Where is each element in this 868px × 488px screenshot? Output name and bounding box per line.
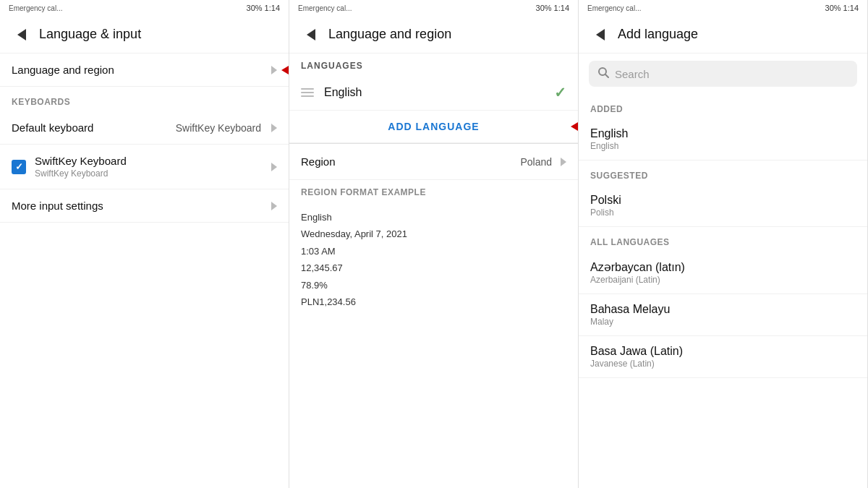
region-label: Region (301, 155, 336, 168)
all-azerbaijani-item[interactable]: Azərbaycan (latın) Azerbaijani (Latin) (579, 252, 867, 294)
format-section-label: REGION FORMAT EXAMPLE (289, 180, 578, 202)
english-lang-name: English (324, 86, 554, 99)
search-icon (597, 67, 609, 81)
format-line-3: 12,345.67 (301, 260, 566, 276)
all-javanese-primary: Basa Jawa (Latin) (590, 345, 856, 358)
region-value: Poland (520, 156, 552, 168)
all-azerbaijani-primary: Azərbaycan (latın) (590, 260, 856, 274)
languages-section-header: LANGUAGES (289, 53, 578, 75)
drag-line-3 (301, 95, 314, 97)
english-lang-row[interactable]: English ✓ (289, 75, 578, 111)
region-row[interactable]: Region Poland (289, 144, 578, 180)
chevron-default-keyboard (271, 124, 277, 132)
red-arrow-2 (571, 112, 579, 141)
chevron-lang-region (271, 66, 277, 74)
suggested-section-label: SUGGESTED (579, 160, 867, 185)
format-line-0: English (301, 209, 566, 226)
default-keyboard-value: SwiftKey Keyboard (176, 122, 261, 134)
format-content: English Wednesday, April 7, 2021 1:03 AM… (289, 202, 578, 317)
swiftkey-content: SwiftKey Keyboard SwiftKey Keyboard (35, 155, 265, 179)
svg-marker-0 (281, 57, 289, 83)
back-button-2[interactable] (301, 25, 321, 45)
added-english-secondary: English (590, 141, 856, 151)
panel-language-input: Emergency cal... 30% 1:14 Language & inp… (0, 0, 289, 488)
more-settings-content: More input settings (12, 200, 265, 212)
back-arrow-icon-3 (596, 29, 605, 40)
status-bar-3: Emergency cal... 30% 1:14 (579, 0, 867, 16)
suggested-polski-item[interactable]: Polski Polish (579, 185, 867, 227)
format-line-2: 1:03 AM (301, 243, 566, 260)
status-bar-2: Emergency cal... 30% 1:14 (289, 0, 578, 16)
page-title-3: Add language (618, 27, 698, 42)
region-value-wrap: Poland (520, 156, 566, 168)
all-malay-primary: Bahasa Melayu (590, 303, 856, 316)
english-check-icon: ✓ (554, 84, 566, 101)
search-bar[interactable]: Search (589, 61, 857, 87)
suggested-polski-primary: Polski (590, 194, 856, 207)
status-emergency-3: Emergency cal... (587, 4, 641, 12)
back-arrow-icon-2 (307, 29, 315, 40)
language-region-item[interactable]: Language and region (0, 53, 289, 87)
header-1: Language & input (0, 16, 289, 53)
all-malay-secondary: Malay (590, 317, 856, 327)
all-javanese-item[interactable]: Basa Jawa (Latin) Javanese (Latin) (579, 336, 867, 378)
drag-handle (301, 88, 314, 97)
more-input-settings-item[interactable]: More input settings (0, 189, 289, 223)
status-emergency-1: Emergency cal... (9, 4, 62, 12)
back-button-1[interactable] (12, 25, 32, 45)
added-english-primary: English (590, 127, 856, 140)
lang-region-title: Language and region (12, 64, 265, 76)
status-icons-1: 30% 1:14 (247, 4, 280, 12)
format-line-5: PLN1,234.56 (301, 294, 566, 310)
status-icons-2: 30% 1:14 (536, 4, 569, 12)
all-languages-section-label: ALL LANGUAGES (579, 227, 867, 252)
status-battery-3: 30% 1:14 (825, 4, 859, 12)
swiftkey-subtitle: SwiftKey Keyboard (35, 168, 265, 179)
default-keyboard-value-wrap: SwiftKey Keyboard (176, 122, 277, 134)
drag-line-2 (301, 92, 314, 93)
format-line-4: 78.9% (301, 277, 566, 294)
red-arrow-1 (281, 56, 289, 85)
page-title-1: Language & input (39, 27, 141, 42)
back-button-3[interactable] (590, 25, 610, 45)
lang-region-content: Language and region (12, 64, 265, 76)
keyboards-section-label: KEYBOARDS (0, 87, 289, 111)
chevron-region (561, 158, 566, 166)
swiftkey-keyboard-item[interactable]: ✓ SwiftKey Keyboard SwiftKey Keyboard (0, 145, 289, 189)
swiftkey-title: SwiftKey Keyboard (35, 155, 265, 167)
all-javanese-secondary: Javanese (Latin) (590, 359, 856, 369)
add-language-button[interactable]: ADD LANGUAGE (289, 111, 578, 143)
panel-add-language: Emergency cal... 30% 1:14 Add language S… (579, 0, 868, 488)
status-battery-2: 30% 1:14 (536, 4, 569, 12)
page-title-2: Language and region (328, 27, 451, 42)
status-icons-3: 30% 1:14 (825, 4, 859, 12)
panel-language-region: Emergency cal... 30% 1:14 Language and r… (289, 0, 579, 488)
search-placeholder: Search (615, 68, 650, 80)
added-english-item[interactable]: English English (579, 119, 867, 160)
more-settings-title: More input settings (12, 200, 265, 212)
status-emergency-2: Emergency cal... (298, 4, 352, 12)
drag-line-1 (301, 88, 314, 90)
svg-marker-2 (571, 114, 579, 140)
back-arrow-icon-1 (17, 29, 26, 40)
all-malay-item[interactable]: Bahasa Melayu Malay (579, 294, 867, 336)
added-section-label: ADDED (579, 94, 867, 119)
chevron-more-settings (271, 202, 277, 210)
suggested-polski-secondary: Polish (590, 207, 856, 218)
header-2: Language and region (289, 16, 578, 53)
status-bar-1: Emergency cal... 30% 1:14 (0, 0, 289, 16)
header-3: Add language (579, 16, 867, 53)
all-azerbaijani-secondary: Azerbaijani (Latin) (590, 275, 856, 285)
svg-line-5 (605, 74, 608, 77)
add-language-text: ADD LANGUAGE (388, 121, 479, 132)
chevron-swiftkey (271, 163, 277, 171)
default-keyboard-label: Default keyboard (12, 121, 93, 134)
format-line-1: Wednesday, April 7, 2021 (301, 226, 566, 242)
default-keyboard-row[interactable]: Default keyboard SwiftKey Keyboard (0, 111, 289, 145)
status-battery-1: 30% 1:14 (247, 4, 280, 12)
swiftkey-checkbox[interactable]: ✓ (12, 160, 26, 174)
checkbox-check-icon: ✓ (15, 161, 23, 172)
